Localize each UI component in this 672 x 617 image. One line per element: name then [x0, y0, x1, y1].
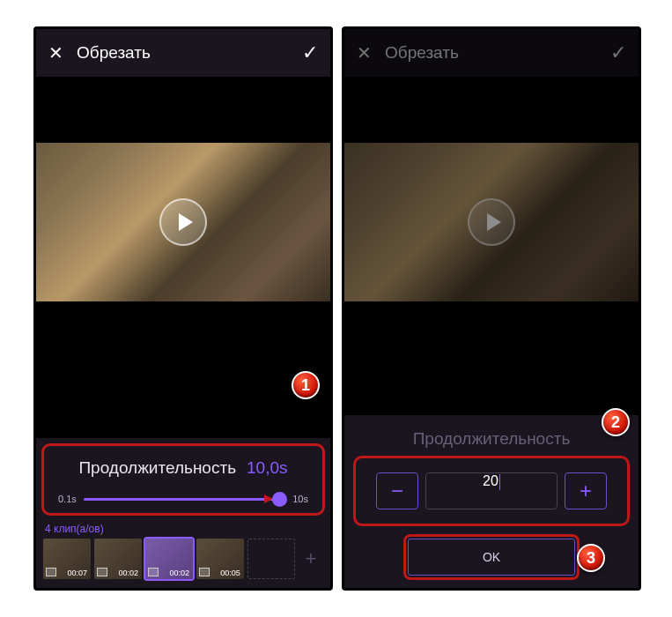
- clip-time: 00:02: [118, 569, 138, 577]
- callout-marker-1: 1: [292, 371, 320, 399]
- callout-marker-3: 3: [577, 544, 605, 572]
- header: ✕ Обрезать ✓: [36, 29, 330, 77]
- play-icon: [179, 213, 193, 231]
- increment-button[interactable]: +: [565, 472, 607, 509]
- video-thumbnail: [344, 143, 639, 301]
- bottom-panel: Продолжительность 10,0s 0.1s 10s 4 клип(…: [36, 438, 330, 588]
- confirm-icon[interactable]: ✓: [610, 41, 626, 64]
- clip-item[interactable]: 00:02: [94, 539, 142, 579]
- video-thumbnail: [36, 143, 330, 301]
- slider-min-label: 0.1s: [58, 494, 77, 504]
- play-icon: [487, 213, 501, 231]
- play-button[interactable]: [159, 198, 207, 246]
- header: ✕ Обрезать ✓: [344, 29, 639, 77]
- close-icon[interactable]: ✕: [48, 42, 70, 63]
- duration-slider-row: 0.1s 10s: [58, 494, 308, 504]
- duration-panel: Продолжительность 10,0s 0.1s 10s: [41, 443, 325, 516]
- image-icon: [199, 568, 210, 576]
- text-cursor: [499, 474, 500, 490]
- duration-value[interactable]: 10,0s: [247, 458, 287, 478]
- header-title: Обрезать: [77, 43, 302, 63]
- duration-slider[interactable]: [84, 498, 285, 501]
- play-button[interactable]: [468, 198, 515, 246]
- clip-item-selected[interactable]: 00:02: [145, 539, 193, 579]
- clip-item[interactable]: 00:05: [196, 539, 244, 579]
- duration-label-dim: Продолжительность: [344, 420, 639, 449]
- clip-time: 00:07: [67, 569, 87, 577]
- ok-button[interactable]: OK: [408, 539, 575, 576]
- clip-time: 00:02: [169, 569, 189, 577]
- image-icon: [97, 568, 107, 576]
- header-title: Обрезать: [385, 43, 610, 63]
- add-clip-button[interactable]: +: [299, 547, 323, 570]
- duration-stepper: − 20 +: [353, 456, 630, 526]
- duration-label: Продолжительность: [78, 458, 236, 478]
- phone-screen-right: ✕ Обрезать ✓ Продолжительность − 20 + OK…: [342, 26, 641, 591]
- phone-screen-left: ✕ Обрезать ✓ Продолжительность 10,0s 0.1…: [33, 26, 333, 591]
- clip-item[interactable]: 00:07: [43, 539, 91, 579]
- clips-row: 00:07 00:02 00:02 00:05 +: [36, 539, 330, 588]
- duration-input[interactable]: 20: [425, 472, 558, 509]
- slider-max-label: 10s: [292, 494, 308, 504]
- clips-count-label: 4 клип(а/ов): [45, 523, 330, 535]
- image-icon: [148, 568, 159, 576]
- clip-placeholder: [247, 539, 295, 579]
- clip-time: 00:05: [220, 569, 240, 577]
- video-preview: [344, 77, 639, 368]
- decrement-button[interactable]: −: [376, 472, 418, 509]
- close-icon[interactable]: ✕: [357, 42, 378, 63]
- confirm-icon[interactable]: ✓: [302, 41, 318, 64]
- image-icon: [46, 568, 56, 576]
- callout-marker-2: 2: [602, 408, 630, 436]
- slider-thumb[interactable]: [272, 492, 287, 507]
- video-preview: [36, 77, 330, 368]
